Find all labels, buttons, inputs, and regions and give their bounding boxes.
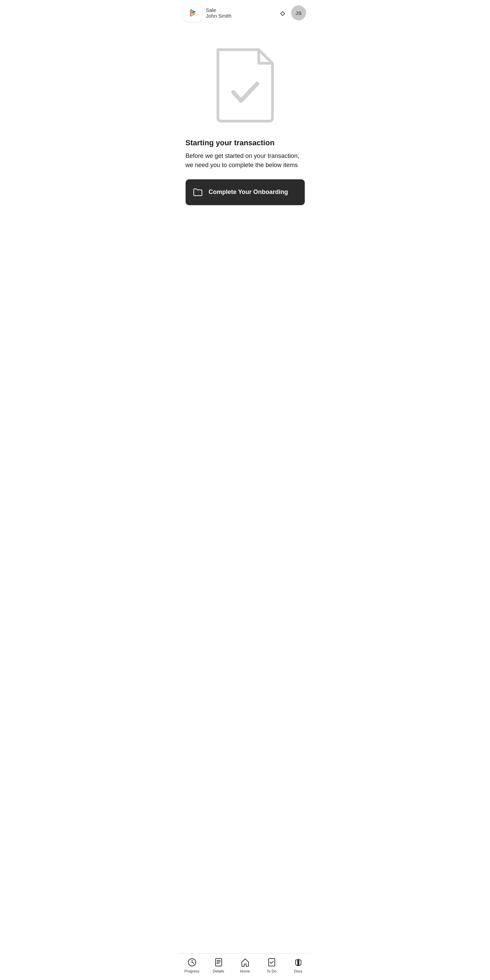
text-section: Starting your transaction Before we get …: [185, 138, 305, 170]
complete-onboarding-button[interactable]: Complete Your Onboarding: [185, 179, 305, 205]
svg-line-4: [191, 14, 195, 16]
main-description: Before we get started on your transactio…: [185, 151, 305, 170]
main-content: Starting your transaction Before we get …: [179, 26, 311, 205]
header-title: Sale: [206, 7, 231, 13]
chevron-updown-icon[interactable]: [279, 9, 286, 17]
onboarding-folder-icon: [192, 187, 203, 198]
app-logo: [184, 4, 202, 22]
doc-icon-container: [185, 40, 305, 128]
header-left: Sale John Smith: [184, 4, 231, 22]
header-right: JS: [279, 5, 306, 21]
main-heading: Starting your transaction: [185, 138, 305, 148]
user-avatar[interactable]: JS: [291, 5, 306, 21]
header-subtitle: John Smith: [206, 13, 231, 19]
header: Sale John Smith JS: [179, 0, 311, 26]
onboarding-button-label: Complete Your Onboarding: [209, 189, 288, 196]
document-check-icon: [204, 40, 286, 128]
header-text: Sale John Smith: [206, 7, 231, 19]
